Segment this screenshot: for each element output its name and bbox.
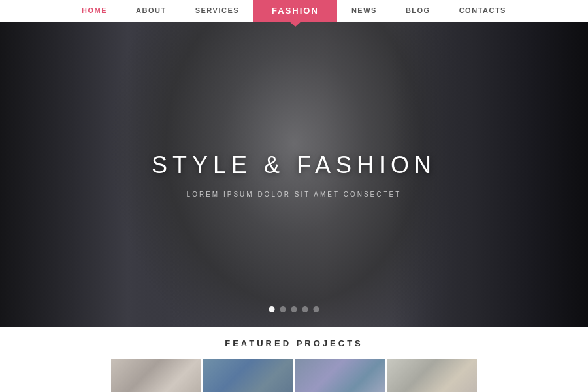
- featured-item-3[interactable]: [295, 359, 385, 392]
- nav-item-news[interactable]: NEWS: [337, 0, 391, 22]
- dot-4[interactable]: [302, 306, 308, 312]
- featured-title: FEATURED PROJECTS: [225, 338, 363, 348]
- nav-items: HOME ABOUT SERVICES FASHION NEWS BLOG CO…: [67, 0, 521, 22]
- nav-brand-fashion[interactable]: FASHION: [253, 0, 337, 22]
- hero-subtitle: LOREM IPSUM DOLOR SIT AMET CONSECTET: [152, 190, 436, 197]
- navigation: HOME ABOUT SERVICES FASHION NEWS BLOG CO…: [0, 0, 588, 22]
- hero-title: STYLE & FASHION: [152, 151, 436, 178]
- featured-section: FEATURED PROJECTS: [0, 327, 588, 392]
- nav-item-home[interactable]: HOME: [67, 0, 122, 22]
- featured-grid: [0, 359, 588, 392]
- nav-item-contacts[interactable]: CONTACTS: [445, 0, 521, 22]
- dot-3[interactable]: [291, 306, 297, 312]
- dot-1[interactable]: [269, 306, 275, 312]
- slider-dots: [269, 306, 319, 312]
- nav-item-services[interactable]: SERVICES: [181, 0, 253, 22]
- hero-section: STYLE & FASHION LOREM IPSUM DOLOR SIT AM…: [0, 22, 588, 327]
- hero-content: STYLE & FASHION LOREM IPSUM DOLOR SIT AM…: [152, 151, 436, 197]
- featured-item-4[interactable]: [387, 359, 477, 392]
- dot-5[interactable]: [314, 306, 319, 312]
- nav-item-blog[interactable]: BLOG: [391, 0, 445, 22]
- featured-item-2[interactable]: [203, 359, 293, 392]
- featured-item-1[interactable]: [111, 359, 201, 392]
- dot-2[interactable]: [280, 306, 286, 312]
- nav-item-about[interactable]: ABOUT: [122, 0, 181, 22]
